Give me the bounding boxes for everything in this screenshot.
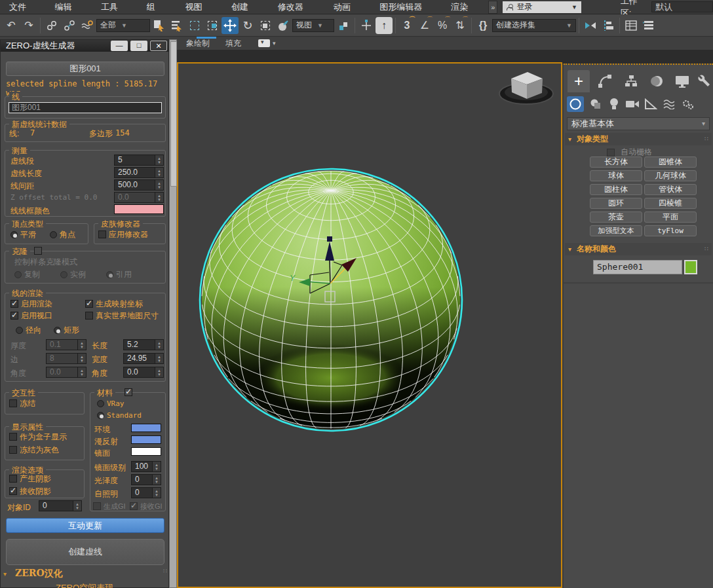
rollout-object-type[interactable]: 对象类型∷: [565, 133, 712, 145]
keyboard-override-icon[interactable]: ↑: [376, 17, 393, 34]
workspace-selector[interactable]: 默认: [651, 1, 713, 12]
object-id-spinner[interactable]: 0▲▼: [39, 500, 82, 511]
self-illum-spinner[interactable]: 0▲▼: [131, 487, 161, 498]
freeze-checkbox[interactable]: 冻结: [9, 398, 35, 409]
close-button[interactable]: ✕: [150, 41, 167, 51]
window-crossing-icon[interactable]: [204, 17, 221, 34]
object-color-swatch[interactable]: [684, 260, 697, 274]
button-tube[interactable]: 管状体: [644, 184, 697, 195]
button-torus[interactable]: 圆环: [590, 198, 642, 209]
sphere-object[interactable]: [200, 169, 462, 431]
subtab-cameras[interactable]: [624, 96, 641, 112]
select-by-name-icon[interactable]: [168, 17, 185, 34]
button-tyflow[interactable]: tyFlow: [644, 225, 697, 236]
tab-utilities[interactable]: [693, 70, 713, 92]
radio-vray[interactable]: VRay: [97, 399, 125, 408]
button-cone[interactable]: 圆锥体: [644, 156, 697, 168]
ribbon-tab-object-paint[interactable]: 象绘制: [178, 38, 218, 49]
ribbon-minimize-icon[interactable]: [258, 39, 270, 47]
ribbon-tab-populate[interactable]: 填充: [218, 38, 249, 49]
undo-icon[interactable]: ↶: [3, 17, 20, 34]
radio-smooth[interactable]: 平滑: [10, 229, 36, 240]
button-box[interactable]: 长方体: [590, 156, 642, 168]
create-dashline-button[interactable]: 创建虚线: [6, 539, 164, 565]
zero-footer-link[interactable]: ZERO空间表现: [1, 582, 168, 588]
menu-animation[interactable]: 动画(A): [324, 0, 370, 14]
subtab-lights[interactable]: [606, 96, 623, 112]
radio-corner[interactable]: 角点: [50, 229, 75, 240]
subtab-geometry[interactable]: [567, 96, 584, 112]
shape-name-button[interactable]: 图形001: [6, 62, 164, 76]
panel-scrollbar[interactable]: [169, 39, 177, 588]
perspective-viewport[interactable]: Y: [177, 62, 562, 588]
radio-standard[interactable]: Standard: [97, 411, 142, 420]
scene-explorer-icon[interactable]: [640, 17, 657, 34]
tab-display[interactable]: [671, 70, 693, 92]
interactive-update-button[interactable]: 互动更新: [6, 518, 164, 533]
chevron-down-icon[interactable]: ▾: [273, 40, 276, 46]
snap-toggle-icon[interactable]: 3: [398, 17, 415, 34]
reference-coord-dropdown[interactable]: 视图▼: [292, 19, 334, 32]
gizmo-z-axis[interactable]: [330, 260, 330, 284]
width-spinner[interactable]: 24.95▲▼: [123, 353, 164, 364]
angle2-spinner[interactable]: 0.0▲▼: [123, 367, 164, 378]
subtab-spacewarps[interactable]: [661, 96, 678, 112]
tab-create[interactable]: +: [568, 70, 590, 92]
glossiness-spinner[interactable]: 0▲▼: [131, 474, 161, 485]
enable-viewport-checkbox[interactable]: 启用视口: [10, 310, 52, 322]
align-icon[interactable]: [600, 17, 617, 34]
line-gap-spinner[interactable]: 500.0▲▼: [114, 179, 164, 191]
selection-filter-dropdown[interactable]: 全部▼: [96, 19, 150, 32]
diffuse-color-swatch[interactable]: [131, 435, 161, 444]
button-geosphere[interactable]: 几何球体: [644, 170, 697, 181]
button-cylinder[interactable]: 圆柱体: [590, 184, 642, 195]
receive-shadows-checkbox[interactable]: 接收阴影: [9, 486, 51, 497]
menu-file[interactable]: 文件(F): [0, 0, 46, 14]
login-dropdown[interactable]: 登录 ▼: [503, 1, 581, 13]
scale-tool-icon[interactable]: [257, 17, 274, 34]
button-sphere[interactable]: 球体: [590, 170, 642, 181]
select-link-icon[interactable]: [43, 17, 60, 34]
subtab-systems[interactable]: [679, 96, 696, 112]
menu-overflow-chevron[interactable]: »: [488, 1, 497, 14]
tab-modify[interactable]: [594, 70, 616, 92]
gen-mapping-checkbox[interactable]: 生成映射坐标: [85, 299, 143, 310]
specular-level-spinner[interactable]: 100▲▼: [131, 461, 161, 472]
rotate-tool-icon[interactable]: ↻: [239, 17, 256, 34]
length-spinner[interactable]: 5.2▲▼: [123, 339, 164, 350]
rollout-zero-localization[interactable]: ZERO汉化 ∷: [3, 568, 167, 581]
radio-rectangular[interactable]: 矩形: [54, 325, 79, 336]
use-pivot-icon[interactable]: [335, 17, 352, 34]
move-tool-icon[interactable]: [222, 17, 239, 34]
dash-seg-spinner[interactable]: 5▲▼: [114, 155, 164, 166]
menu-modifiers[interactable]: 修改器(M): [269, 0, 324, 14]
enable-render-checkbox[interactable]: 启用渲染: [10, 299, 52, 310]
select-object-icon[interactable]: [151, 17, 168, 34]
rollout-name-color[interactable]: 名称和颜色∷: [565, 243, 712, 255]
wire-color-swatch[interactable]: [114, 204, 164, 214]
select-manipulate-icon[interactable]: [358, 17, 375, 34]
angle-snap-icon[interactable]: ∠: [416, 17, 433, 34]
button-textplus[interactable]: 加强型文本: [590, 225, 642, 236]
tab-motion[interactable]: [646, 70, 668, 92]
env-color-swatch[interactable]: [131, 424, 161, 432]
percent-snap-icon[interactable]: %: [434, 17, 451, 34]
menu-edit[interactable]: 编辑(E): [46, 0, 92, 14]
menu-group[interactable]: 组(G): [138, 0, 176, 14]
mirror-icon[interactable]: [582, 17, 599, 34]
specular-color-swatch[interactable]: [131, 447, 161, 456]
box-display-checkbox[interactable]: 作为盒子显示: [9, 432, 67, 443]
apply-modifier-checkbox[interactable]: 应用修改器: [98, 229, 148, 240]
button-teapot[interactable]: 茶壶: [590, 211, 642, 223]
material-enable-checkbox[interactable]: [125, 388, 132, 396]
dash-len-spinner[interactable]: 250.0▲▼: [114, 167, 164, 178]
menu-rendering[interactable]: 渲染(R): [442, 0, 488, 14]
menu-create[interactable]: 创建(C): [222, 0, 269, 14]
menu-graph-editors[interactable]: 图形编辑器(D): [370, 0, 442, 14]
tab-hierarchy[interactable]: [620, 70, 642, 92]
menu-views[interactable]: 视图(V): [176, 0, 222, 14]
spinner-snap-icon[interactable]: ⇅: [452, 17, 469, 34]
freeze-gray-checkbox[interactable]: 冻结为灰色: [9, 445, 59, 456]
button-pyramid[interactable]: 四棱锥: [644, 198, 697, 209]
redo-icon[interactable]: ↷: [20, 17, 37, 34]
